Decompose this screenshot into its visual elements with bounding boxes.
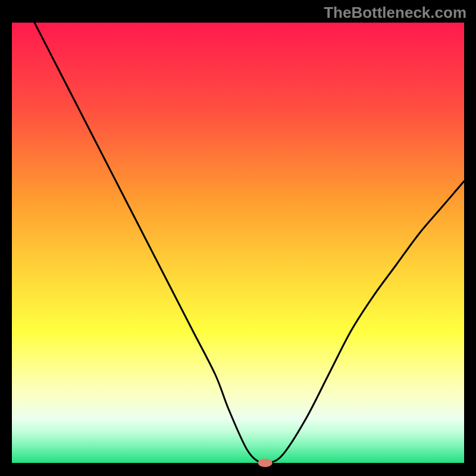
plot-background [12,23,464,463]
bottleneck-marker [258,459,273,467]
bottleneck-chart [0,0,476,476]
chart-container: TheBottleneck.com [0,0,476,476]
watermark-text: TheBottleneck.com [324,4,466,22]
